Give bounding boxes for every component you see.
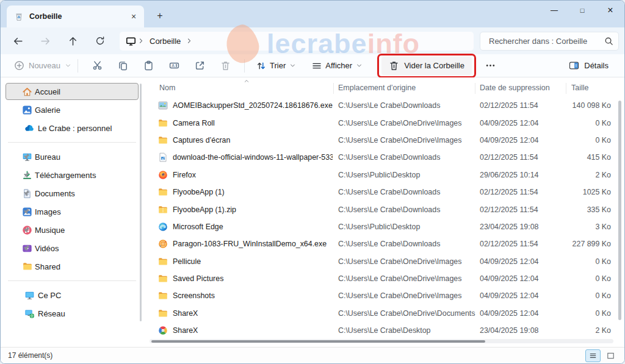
file-name[interactable]: FlyoobeApp (1)	[173, 188, 333, 196]
table-row[interactable]: download-the-official-windows-11-wallpap…	[147, 149, 615, 166]
sidebar-item-le-crabe-personnel[interactable]: Le Crabe : personnel	[5, 120, 139, 137]
table-row[interactable]: Pellicule C:\Users\Le Crabe\OneDrive\Ima…	[147, 253, 615, 270]
table-row[interactable]: FlyoobeApp (1).zip C:\Users\Le Crabe\Dow…	[147, 201, 615, 218]
file-name[interactable]: ShareX	[173, 309, 333, 318]
empty-recycle-bin-label: Vider la Corbeille	[404, 61, 464, 70]
column-header-size[interactable]: Taille	[571, 84, 589, 92]
table-row[interactable]: AOMEIBackupperStd_20250724.18618676.exe …	[147, 97, 615, 114]
sidebar-item-accueil[interactable]: Accueil	[5, 83, 139, 100]
vertical-scrollbar[interactable]	[618, 101, 621, 320]
onedrive-icon	[24, 123, 35, 134]
sidebar-divider	[8, 142, 136, 143]
file-name[interactable]: FlyoobeApp (1).zip	[173, 205, 333, 214]
sidebar-item-bureau[interactable]: Bureau	[5, 148, 139, 165]
horizontal-scrollbar-thumb[interactable]	[151, 340, 485, 343]
table-row[interactable]: Camera Roll C:\Users\Le Crabe\OneDrive\I…	[147, 114, 615, 131]
tab-close-icon[interactable]: ×	[128, 11, 139, 22]
details-view-toggle[interactable]	[585, 349, 601, 362]
address-bar[interactable]: Corbeille	[120, 32, 474, 51]
share-button[interactable]	[187, 57, 212, 75]
refresh-button[interactable]	[90, 32, 110, 50]
deletion-date: 04/09/2025 12:04	[480, 274, 538, 283]
search-box[interactable]	[480, 32, 619, 51]
close-button[interactable]: ×	[596, 1, 624, 20]
file-name[interactable]: Microsoft Edge	[173, 223, 333, 231]
file-name[interactable]: Screenshots	[173, 291, 333, 300]
forward-button[interactable]	[35, 32, 56, 50]
up-arrow-icon	[68, 36, 78, 46]
table-row[interactable]: Microsoft Edge C:\Users\Public\Desktop 2…	[147, 218, 615, 235]
folder-icon	[158, 274, 168, 284]
sidebar-item-ce-pc[interactable]: Ce PC	[5, 287, 139, 304]
refresh-icon	[95, 36, 105, 46]
trash-icon	[220, 60, 231, 71]
sidebar-item-images[interactable]: Images	[5, 203, 139, 220]
column-divider[interactable]	[566, 83, 566, 94]
file-name[interactable]: Camera Roll	[173, 119, 333, 127]
empty-recycle-bin-button[interactable]: Vider la Corbeille	[381, 57, 472, 75]
new-button[interactable]: Nouveau	[14, 60, 71, 71]
table-row[interactable]: Saved Pictures C:\Users\Le Crabe\OneDriv…	[147, 270, 615, 287]
table-row[interactable]: ShareX C:\Users\Le Crabe\OneDrive\Docume…	[147, 305, 615, 322]
sidebar-item-galerie[interactable]: Galerie	[5, 101, 139, 118]
table-row[interactable]: FlyoobeApp (1) C:\Users\Le Crabe\Downloa…	[147, 184, 615, 201]
file-name[interactable]: Saved Pictures	[173, 274, 333, 283]
file-name[interactable]: Firefox	[173, 171, 333, 179]
table-row[interactable]: Paragon-1083-FRU_WinInstallDemo_x64.exe …	[147, 235, 615, 252]
sidebar-item-documents[interactable]: Documents	[5, 185, 139, 202]
cut-button[interactable]	[84, 57, 110, 75]
rename-button[interactable]: A	[161, 57, 187, 75]
file-name[interactable]: Captures d’écran	[173, 136, 333, 145]
thumbnail-view-toggle[interactable]	[603, 349, 618, 362]
view-button[interactable]: Afficher	[306, 57, 368, 75]
column-divider[interactable]	[475, 83, 475, 94]
sidebar-item-shared[interactable]: Shared	[5, 258, 139, 275]
breadcrumb-corbeille[interactable]: Corbeille	[146, 37, 184, 46]
file-name[interactable]: Pellicule	[173, 257, 333, 266]
column-header-origin[interactable]: Emplacement d’origine	[338, 84, 416, 92]
toolbar-separator	[244, 59, 245, 73]
table-row[interactable]: Captures d’écran C:\Users\Le Crabe\OneDr…	[147, 132, 615, 149]
column-divider[interactable]	[333, 83, 334, 94]
sidebar-item-telechargements[interactable]: Téléchargements	[5, 166, 139, 184]
sidebar-item-label: Galerie	[35, 105, 60, 115]
file-size: 3 Ko	[566, 223, 611, 231]
table-row[interactable]: Firefox C:\Users\Public\Desktop 29/06/20…	[147, 166, 615, 184]
sidebar-scrollbar[interactable]	[140, 84, 142, 321]
back-button[interactable]	[7, 32, 28, 50]
table-row[interactable]: ShareX C:\Users\Le Crabe\Desktop 23/04/2…	[147, 322, 615, 339]
file-name[interactable]: Paragon-1083-FRU_WinInstallDemo_x64.exe	[173, 240, 333, 248]
sidebar-item-videos[interactable]: Vidéos	[5, 240, 139, 257]
chevron-down-icon	[356, 62, 363, 69]
paste-button[interactable]	[135, 57, 161, 75]
details-pane-button[interactable]: Détails	[564, 57, 613, 75]
new-tab-button[interactable]: +	[152, 8, 168, 24]
file-size: 415 Ko	[566, 153, 611, 162]
up-button[interactable]	[62, 32, 83, 50]
column-header-deleted[interactable]: Date de suppression	[480, 84, 550, 92]
minimize-button[interactable]: —	[540, 1, 568, 20]
table-row[interactable]: Screenshots C:\Users\Le Crabe\OneDrive\I…	[147, 287, 615, 304]
maximize-button[interactable]: □	[568, 1, 596, 20]
chevron-right-icon[interactable]	[186, 37, 193, 45]
chevron-right-icon[interactable]	[137, 37, 145, 45]
sidebar-item-reseau[interactable]: Réseau	[5, 305, 139, 322]
navigation-bar: Corbeille	[1, 27, 624, 54]
file-name[interactable]: ShareX	[173, 326, 333, 335]
folder-icon	[158, 257, 168, 266]
file-name[interactable]: download-the-official-windows-11-wallpap…	[173, 153, 333, 162]
deletion-date: 04/09/2025 12:04	[480, 291, 538, 300]
back-icon	[13, 36, 23, 46]
tab-corbeille[interactable]: Corbeille ×	[7, 5, 144, 27]
sidebar-item-musique[interactable]: Musique	[5, 221, 139, 238]
search-input[interactable]	[488, 36, 604, 46]
copy-button[interactable]	[110, 57, 135, 75]
sort-button[interactable]: Trier	[251, 57, 302, 75]
delete-button[interactable]	[212, 57, 238, 75]
desktop-breadcrumb-icon[interactable]	[126, 36, 136, 46]
more-options-button[interactable]	[480, 57, 501, 75]
horizontal-scrollbar[interactable]	[150, 339, 613, 343]
column-header-name[interactable]: Nom	[159, 84, 175, 92]
search-icon[interactable]	[604, 37, 613, 46]
file-name[interactable]: AOMEIBackupperStd_20250724.18618676.exe	[173, 101, 333, 110]
